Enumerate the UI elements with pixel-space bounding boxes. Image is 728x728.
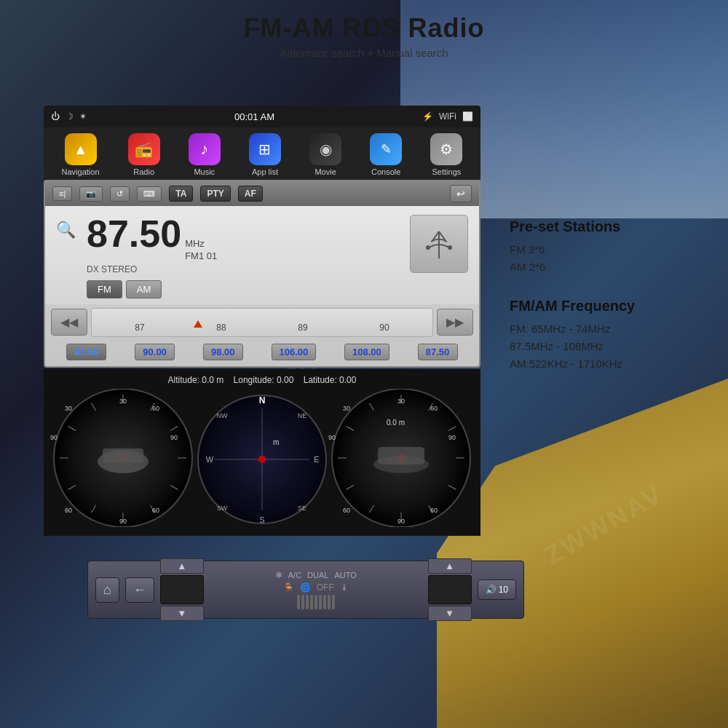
ta-button[interactable]: TA: [169, 186, 193, 202]
auto-label: AUTO: [334, 571, 356, 579]
fan-up-down: ▲ ▼: [428, 558, 472, 621]
temp-up-button[interactable]: ▲: [160, 558, 204, 574]
svg-text:90: 90: [170, 434, 178, 441]
brightness-icon[interactable]: ✶: [79, 111, 87, 122]
freq-range-section: FM/AM Frequency FM: 65MHz - 74MHz 87.5MH…: [510, 298, 713, 373]
next-freq-button[interactable]: ▶▶: [437, 309, 473, 336]
svg-point-65: [373, 456, 429, 473]
console-label: Console: [371, 167, 400, 176]
longitude-label: Longitude:: [234, 375, 274, 385]
am-button[interactable]: AM: [126, 280, 162, 298]
svg-text:W: W: [206, 455, 214, 464]
fm-am-buttons: FM AM: [87, 280, 399, 298]
app-movie[interactable]: ◉ Movie: [309, 133, 341, 176]
slat-1: [297, 595, 300, 609]
power-icon[interactable]: ⏻: [51, 111, 60, 122]
svg-text:90: 90: [397, 518, 405, 525]
back-nav-button[interactable]: ←: [125, 577, 154, 603]
app-music[interactable]: ♪ Music: [189, 133, 221, 176]
slat-5: [314, 595, 317, 609]
gps-info: Altitude: 0.0 m Longitude: 0.00 Latitude…: [50, 375, 475, 385]
fan-down-button[interactable]: ▼: [428, 606, 472, 621]
usb-icon: ⚡: [422, 111, 433, 122]
svg-point-40: [258, 456, 266, 463]
preset-5[interactable]: 108.00: [344, 344, 389, 360]
svg-text:60: 60: [430, 507, 438, 514]
preset-stations-title: Pre-set Stations: [510, 218, 713, 235]
svg-text:60: 60: [65, 507, 72, 514]
tuner-mark-88: 88: [216, 323, 226, 333]
slat-9: [332, 595, 335, 609]
svg-rect-28: [103, 448, 143, 463]
temp-icon: 🌡: [340, 582, 349, 593]
temp-down-button[interactable]: ▼: [160, 606, 204, 621]
navigation-icon: ▲: [65, 133, 97, 165]
refresh-button[interactable]: ↺: [110, 186, 130, 202]
status-bar: ⏻ ☽ ✶ 00:01 AM ⚡ WiFi ⬜: [44, 106, 480, 127]
back-button[interactable]: ↩: [450, 185, 472, 202]
moon-icon[interactable]: ☽: [66, 111, 74, 122]
home-button[interactable]: ⌂: [95, 577, 119, 603]
applist-label: App list: [252, 167, 278, 176]
fm-button[interactable]: FM: [87, 280, 122, 298]
preset-2[interactable]: 90.00: [135, 344, 175, 360]
equalizer-button[interactable]: ≡|: [52, 186, 72, 201]
svg-text:30: 30: [65, 405, 72, 412]
tuner-bar-area: ◀◀ 87 88 89 90 ▶▶: [45, 304, 479, 341]
altitude-value: 0.0 m: [202, 375, 223, 385]
main-content: FM-AM RDS Radio Automatic search + Manua…: [0, 0, 728, 728]
tuner-mark-87: 87: [135, 323, 144, 333]
keyboard-button[interactable]: ⌨: [137, 186, 162, 202]
radio-toolbar: ≡| 📷 ↺ ⌨ TA PTY AF ↩: [45, 181, 479, 206]
svg-text:m: m: [273, 438, 279, 446]
fan-slats: [297, 595, 335, 609]
tuner-marker: [194, 320, 202, 328]
temp-display: [160, 575, 204, 604]
preset-4[interactable]: 106.00: [272, 344, 317, 360]
am-freq-range: AM:522KHz - 1710KHz: [510, 355, 713, 373]
svg-text:30: 30: [397, 397, 405, 405]
tuner-bar: 87 88 89 90: [91, 308, 433, 337]
temp-up-down: ▲ ▼: [160, 558, 204, 621]
svg-text:60: 60: [152, 507, 159, 514]
gauges-row: 30 60 90 30 90 60 60 90: [50, 389, 475, 530]
page-subtitle: Automatic search + Manual search: [0, 47, 728, 59]
preset-stations-section: Pre-set Stations FM 3*6 AM 2*6: [510, 218, 713, 276]
af-button[interactable]: AF: [238, 186, 263, 202]
svg-text:90: 90: [328, 434, 336, 441]
svg-text:30: 30: [343, 405, 350, 412]
stereo-mode: DX STEREO: [87, 264, 399, 274]
radio-display: 🔍 87.50 MHz FM1 01 DX STEREO FM AM: [45, 206, 479, 304]
page-title: FM-AM RDS Radio: [0, 0, 728, 44]
svg-text:NE: NE: [298, 412, 307, 419]
fan-up-button[interactable]: ▲: [428, 558, 472, 574]
compass-gauge: N S E W NE NW SE SW m: [197, 390, 328, 529]
preset-3[interactable]: 98.00: [203, 344, 243, 360]
app-settings[interactable]: ⚙ Settings: [430, 133, 462, 176]
navigation-label: Navigation: [62, 167, 100, 176]
prev-freq-button[interactable]: ◀◀: [51, 309, 87, 336]
volume-value: 10: [499, 585, 508, 595]
right-gauge: 30 60 90 30 90 60 60 90 0.0 m: [328, 389, 474, 527]
preset-6[interactable]: 87.50: [418, 344, 458, 360]
app-navigation[interactable]: ▲ Navigation: [62, 133, 100, 176]
svg-text:E: E: [314, 455, 319, 464]
app-console[interactable]: ✎ Console: [370, 133, 402, 176]
app-radio[interactable]: 📻 Radio: [128, 133, 160, 176]
slat-2: [301, 595, 304, 609]
volume-button[interactable]: 🔊 10: [478, 579, 516, 600]
freq-band-info: FM1 01: [185, 250, 217, 263]
fm-freq-range-1: FM: 65MHz - 74MHz: [510, 320, 713, 338]
freq-range-title: FM/AM Frequency: [510, 298, 713, 314]
tuner-mark-90: 90: [379, 323, 389, 333]
camera-button[interactable]: 📷: [79, 186, 103, 202]
device-screen: ⏻ ☽ ✶ 00:01 AM ⚡ WiFi ⬜ ▲ Navigation 📻 R…: [44, 106, 480, 630]
settings-label: Settings: [432, 167, 462, 176]
signal-area: [410, 215, 468, 273]
climate-bar: ⌂ ← ▲ ▼ ❄ A/C DUAL AUTO 🪑 🌀 OFF 🌡: [87, 561, 524, 619]
preset-1[interactable]: 87.50: [66, 344, 106, 360]
radio-icon: 📻: [128, 133, 160, 165]
app-applist[interactable]: ⊞ App list: [249, 133, 281, 176]
console-icon: ✎: [370, 133, 402, 165]
pty-button[interactable]: PTY: [200, 186, 230, 202]
